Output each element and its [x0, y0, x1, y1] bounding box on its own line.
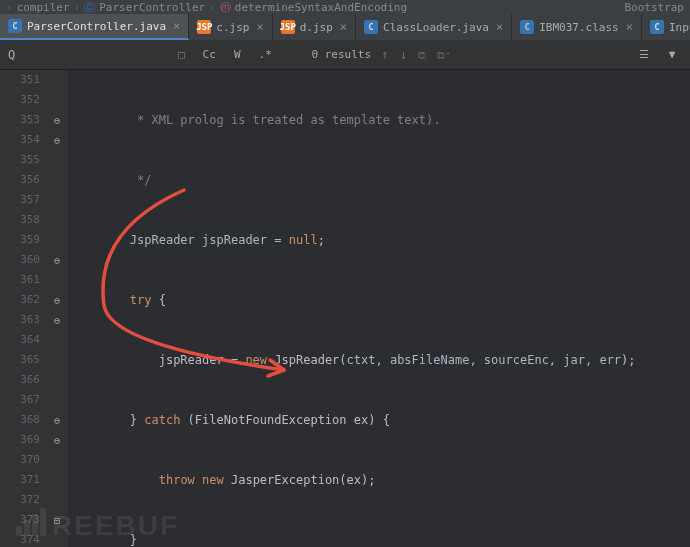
file-type-icon: C	[650, 20, 664, 34]
line-number[interactable]: 351	[0, 70, 40, 90]
line-number[interactable]: 357	[0, 190, 40, 210]
line-number[interactable]: 369	[0, 430, 40, 450]
breadcrumb-class-icon: ⓒ	[84, 0, 95, 14]
code-line: try {	[72, 290, 690, 310]
find-bar: Q ⬚ Cc W .* 0 results ↑ ↓ ⧉ ⧉⁺ ☰ ▼	[0, 40, 690, 70]
line-number[interactable]: 354	[0, 130, 40, 150]
fold-toggle-icon[interactable]: ⊖	[50, 433, 64, 447]
select-all-icon[interactable]: ⧉	[416, 49, 428, 62]
add-selection-icon[interactable]: ⧉⁺	[435, 49, 454, 62]
line-number[interactable]: 352	[0, 90, 40, 110]
search-icon[interactable]: Q	[8, 48, 15, 62]
next-match-icon[interactable]: ↓	[398, 47, 410, 62]
file-type-icon: C	[8, 19, 22, 33]
regex-toggle[interactable]: .*	[255, 45, 275, 65]
line-number[interactable]: 365	[0, 350, 40, 370]
fold-toggle-icon[interactable]: ⊖	[50, 413, 64, 427]
line-number[interactable]: 364	[0, 330, 40, 350]
line-number[interactable]: 358	[0, 210, 40, 230]
line-number[interactable]: 360	[0, 250, 40, 270]
tab-label: c.jsp	[216, 21, 249, 34]
fold-toggle-icon[interactable]: ⊖	[50, 313, 64, 327]
filter-icon[interactable]: ▼	[662, 45, 682, 65]
editor-tab[interactable]: CClassLoader.java×	[356, 14, 512, 40]
results-count: 0 results	[311, 48, 371, 61]
tab-label: ClassLoader.java	[383, 21, 489, 34]
close-icon[interactable]: ×	[338, 20, 347, 34]
file-type-icon: C	[520, 20, 534, 34]
search-input[interactable]	[23, 49, 163, 61]
breadcrumb-method[interactable]: determineSyntaxAndEncoding	[235, 1, 407, 14]
fold-toggle-icon[interactable]: ⊖	[50, 113, 64, 127]
file-type-icon: JSP	[197, 20, 211, 34]
chevron-right-icon: ›	[209, 1, 216, 14]
line-number[interactable]: 367	[0, 390, 40, 410]
line-number[interactable]: 355	[0, 150, 40, 170]
code-line: JspReader jspReader = null;	[72, 230, 690, 250]
editor-tab[interactable]: CParserController.java×	[0, 14, 189, 40]
breadcrumb-class[interactable]: ParserController	[99, 1, 205, 14]
fold-toggle-icon[interactable]: ⊖	[50, 133, 64, 147]
find-options-icon[interactable]: ☰	[634, 45, 654, 65]
fold-toggle-icon[interactable]: ⊖	[50, 293, 64, 307]
prev-match-icon[interactable]: ↑	[379, 47, 391, 62]
close-icon[interactable]: ×	[254, 20, 263, 34]
line-number[interactable]: 368	[0, 410, 40, 430]
code-line: } catch (FileNotFoundException ex) {	[72, 410, 690, 430]
line-number[interactable]: 353	[0, 110, 40, 130]
tab-label: IBM037.class	[539, 21, 618, 34]
tab-label: ParserController.java	[27, 20, 166, 33]
line-number[interactable]: 363	[0, 310, 40, 330]
close-icon[interactable]: ×	[171, 19, 180, 33]
editor-tab[interactable]: JSPc.jsp×	[189, 14, 272, 40]
code-line: * XML prolog is treated as template text…	[72, 110, 690, 130]
chevron-right-icon: ›	[74, 1, 81, 14]
close-icon[interactable]: ×	[494, 20, 503, 34]
breadcrumb-folder[interactable]: compiler	[17, 1, 70, 14]
line-number[interactable]: 356	[0, 170, 40, 190]
editor-tab[interactable]: CIBM037.class×	[512, 14, 642, 40]
editor-tab[interactable]: CInputStreamReader.java×	[642, 14, 690, 40]
whole-word-toggle[interactable]: W	[227, 45, 247, 65]
editor-area: 3513523533543553563573583593603613623633…	[0, 70, 690, 547]
match-case-toggle[interactable]: Cc	[199, 45, 219, 65]
watermark: REEBUF	[16, 508, 179, 543]
breadcrumb-method-icon: ⓜ	[220, 0, 231, 14]
code-content[interactable]: * XML prolog is treated as template text…	[68, 70, 690, 547]
chevron-right-icon: ›	[6, 1, 13, 14]
fold-toggle-icon[interactable]: ⊖	[50, 253, 64, 267]
line-number[interactable]: 372	[0, 490, 40, 510]
prev-icon[interactable]: ⬚	[171, 45, 191, 65]
file-type-icon: JSP	[281, 20, 295, 34]
code-line: jspReader = new JspReader(ctxt, absFileN…	[72, 350, 690, 370]
breadcrumb: › compiler › ⓒ ParserController › ⓜ dete…	[0, 0, 690, 14]
gutter-marks: ⊖ ⊖ ⊖ ⊖ ⊖ ⊖ ⊖ ⊟	[48, 70, 68, 547]
line-number[interactable]: 362	[0, 290, 40, 310]
close-icon[interactable]: ×	[624, 20, 633, 34]
line-number[interactable]: 370	[0, 450, 40, 470]
tab-label: InputStreamReader.java	[669, 21, 690, 34]
line-number[interactable]: 361	[0, 270, 40, 290]
file-type-icon: C	[364, 20, 378, 34]
tab-label: d.jsp	[300, 21, 333, 34]
breadcrumb-right[interactable]: Bootstrap	[624, 1, 684, 14]
line-number[interactable]: 366	[0, 370, 40, 390]
watermark-text: REEBUF	[52, 510, 179, 542]
editor-tabs: CParserController.java×JSPc.jsp×JSPd.jsp…	[0, 14, 690, 40]
line-number[interactable]: 359	[0, 230, 40, 250]
code-line: */	[72, 170, 690, 190]
line-number-gutter: 3513523533543553563573583593603613623633…	[0, 70, 48, 547]
editor-tab[interactable]: JSPd.jsp×	[273, 14, 356, 40]
line-number[interactable]: 371	[0, 470, 40, 490]
code-line: throw new JasperException(ex);	[72, 470, 690, 490]
